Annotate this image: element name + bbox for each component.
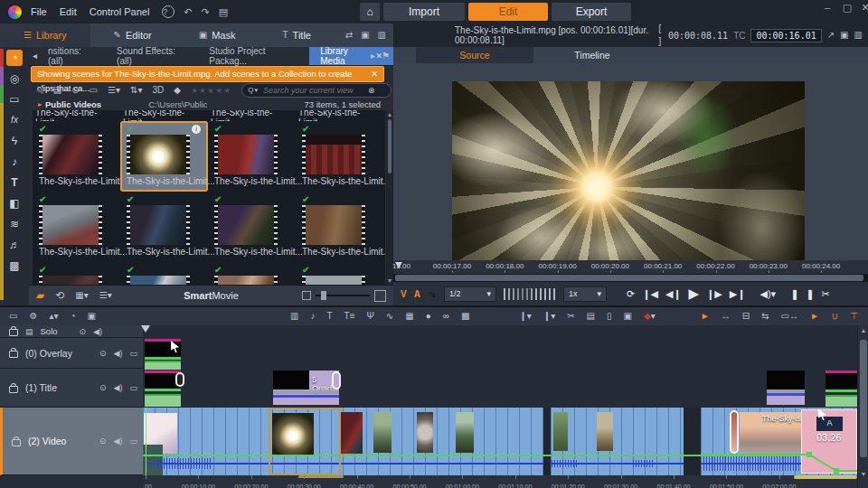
smart-create-icon[interactable]: ▰ [36, 289, 44, 302]
volume-icon[interactable]: ◀)▾ [760, 288, 776, 300]
tabs-scroll-right-icon[interactable]: ▸ [371, 50, 375, 62]
preview-toggle-icon[interactable]: ▭ [780, 310, 788, 323]
tabs-scroll-left-icon[interactable]: ◂ [29, 50, 37, 62]
pin-tab-icon[interactable]: ⚑ [382, 50, 390, 62]
trim-in-icon[interactable]: ❚ [790, 288, 798, 300]
volume-envelope[interactable] [701, 408, 857, 475]
copy-icon[interactable]: ▣ [361, 29, 369, 42]
media-item[interactable]: ✔The-Sky-is-the-Limit... [33, 262, 120, 285]
snapshot-icon[interactable]: ▣ [624, 310, 632, 323]
video-scrub-toggle[interactable]: V [401, 289, 407, 299]
navigator-icon[interactable]: ► [810, 310, 819, 323]
copy-clip-icon[interactable]: ▣ [88, 310, 96, 323]
track-mute-icon[interactable]: ◀) [114, 435, 123, 447]
home-button[interactable]: ⌂ [360, 3, 380, 21]
media-item[interactable]: ✔The-Sky-is-the-Limit... [296, 262, 383, 285]
solo-label[interactable]: Solo [41, 326, 58, 336]
close-button[interactable]: ✕ [856, 0, 868, 16]
menu-edit[interactable]: Edit [60, 6, 77, 17]
media-item[interactable]: ✔The-Sky-is-the-Limit... [296, 121, 383, 192]
go-to-end-icon[interactable]: ▶❙ [730, 288, 746, 300]
redo-icon[interactable]: ↷ [202, 6, 210, 18]
media-item[interactable]: ✔The-Sky-is-the-Limit... [208, 262, 296, 285]
preview-eye-icon[interactable]: ⊙ [71, 84, 79, 97]
detach-preview-icon[interactable]: ↗ [827, 29, 835, 42]
zoom-out-icon[interactable] [302, 291, 311, 300]
search-caret-icon[interactable]: ▾ [255, 84, 259, 97]
overlay-audio-bar[interactable] [145, 361, 181, 370]
create-title-icon[interactable]: T [326, 310, 332, 323]
link-icon[interactable]: ∞ [443, 310, 449, 323]
location-label[interactable]: Public Videos [42, 99, 101, 109]
media-thumbnail[interactable] [127, 135, 190, 174]
sidebar-item-effects[interactable]: fx [6, 112, 23, 128]
timeline-scrollbar[interactable]: ▲ ▼ [857, 325, 868, 488]
scorefitter-icon[interactable]: ♪ [310, 310, 315, 323]
media-thumbnail[interactable] [214, 276, 278, 285]
track-display-icon[interactable]: ▭ [129, 381, 137, 394]
tab-timeline[interactable]: Timeline [533, 47, 651, 63]
mute-all-icon[interactable]: ◀) [93, 325, 102, 338]
sidebar-item-scorefitter[interactable]: ♬ [6, 237, 23, 253]
search-icon[interactable]: Q [248, 84, 253, 97]
playback-speed-select[interactable]: 1x▾ [563, 286, 607, 302]
tab-library[interactable]: ☰ Library [0, 23, 90, 47]
video360-icon[interactable]: ● [426, 310, 431, 323]
wave-edit-icon[interactable]: ∿ [386, 310, 393, 323]
multicam-icon[interactable]: ▦ [405, 310, 413, 323]
sort-icon[interactable]: ⇅▾ [130, 84, 142, 97]
media-item[interactable]: ✔The-Sky-is-the-Limit... [120, 262, 208, 285]
voice-over-icon[interactable]: Ψ [367, 310, 374, 323]
roll-tool-icon[interactable]: ⇆ [761, 310, 769, 323]
fit-timeline-icon[interactable]: ↔ [789, 310, 798, 323]
monitor-all-icon[interactable]: ⊙ [80, 325, 87, 338]
track-monitor-icon[interactable]: ⊙ [99, 435, 107, 447]
keyboard-icon[interactable]: ▩ [461, 310, 469, 323]
track-mute-icon[interactable]: ◀) [114, 347, 123, 360]
media-thumbnail[interactable] [214, 205, 278, 245]
view-mode-icon[interactable]: ☰▾ [108, 84, 120, 97]
copy-preview-icon[interactable]: ▣ [840, 29, 848, 42]
trim-handle[interactable] [332, 371, 341, 389]
selected-scene-box[interactable] [269, 408, 341, 475]
collection-tab[interactable]: Studio Project Packag... [198, 47, 309, 65]
thumbnail-view-icon[interactable]: ▦▾ [75, 289, 88, 302]
media-thumbnail[interactable] [127, 276, 190, 285]
media-thumbnail[interactable] [127, 205, 190, 245]
track-size-icon[interactable]: ▭ [9, 310, 17, 323]
edit-mode-button[interactable]: Edit [468, 3, 548, 21]
tab-mask[interactable]: ▣ Mask [175, 23, 259, 47]
sidebar-item-soundstage[interactable]: ▩ [6, 258, 23, 274]
subtitle-icon[interactable]: T≡ [344, 310, 355, 323]
lock-icon[interactable] [9, 351, 18, 358]
audio-mixer-icon[interactable]: ▥ [290, 310, 298, 323]
sidebar-item-clips[interactable]: ◧ [6, 195, 23, 211]
zoom-in-icon[interactable] [374, 290, 386, 302]
timeline-ruler[interactable]: 0.0000:00:10.0000:00:20.0000:00:30.0000:… [143, 475, 857, 488]
sidebar-item-latest-import[interactable]: ◔ [6, 50, 23, 66]
scroll-down-icon[interactable]: ▼ [386, 277, 393, 284]
import-mode-button[interactable]: Import [383, 3, 465, 21]
delete-icon[interactable]: ▯ [607, 310, 612, 323]
media-thumbnail[interactable] [39, 135, 102, 174]
collapse-arrow-icon[interactable]: ▸ [29, 100, 42, 108]
media-thumbnail[interactable] [39, 205, 102, 245]
scroll-range-indicator[interactable] [794, 475, 857, 479]
lock-icon[interactable] [9, 386, 18, 393]
track-header-video[interactable]: (2) Video ⊙ ◀) ▭ [0, 408, 143, 475]
lock-icon[interactable] [9, 329, 18, 336]
browse-folder-icon[interactable]: ▭ [90, 84, 98, 97]
undo-icon[interactable]: ↶ [184, 6, 192, 18]
mark-in-icon[interactable]: ❙▾ [519, 310, 531, 323]
magnet-snap-icon[interactable]: ⊃ [828, 313, 841, 320]
media-item[interactable]: ✔The-Sky-is-the-Limit... [33, 192, 120, 262]
sidebar-item-titles[interactable]: T [6, 174, 23, 191]
scroll-up-icon[interactable]: ▲ [386, 110, 393, 117]
sidebar-item-discs[interactable]: ◎ [6, 70, 23, 87]
title-audio-bar-2[interactable] [826, 395, 857, 407]
track-display-icon[interactable]: ▭ [129, 347, 137, 360]
audio-ducking-icon[interactable]: ⊤ [850, 310, 858, 323]
media-item[interactable]: ✔The-Sky-is-the-Limit... [296, 192, 383, 262]
trim-tool-icon[interactable]: ↔ [722, 310, 731, 323]
trim-out-icon[interactable]: ❚ [806, 288, 814, 300]
